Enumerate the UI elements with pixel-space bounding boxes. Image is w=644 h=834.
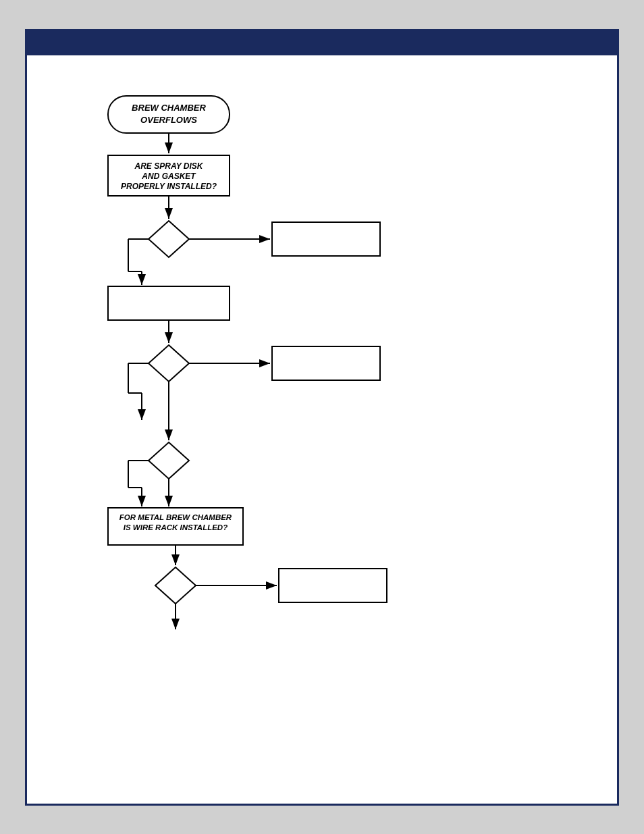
- svg-text:PROPERLY INSTALLED?: PROPERLY INSTALLED?: [121, 182, 217, 191]
- svg-marker-10: [149, 221, 189, 257]
- svg-text:AND GASKET: AND GASKET: [141, 172, 196, 181]
- flowchart-diagram: BREW CHAMBER OVERFLOWS ARE SPRAY DISK AN…: [68, 89, 540, 697]
- svg-marker-27: [149, 442, 189, 479]
- svg-text:BREW CHAMBER: BREW CHAMBER: [132, 103, 206, 113]
- svg-marker-19: [149, 345, 189, 382]
- svg-rect-21: [272, 346, 380, 380]
- svg-rect-39: [279, 569, 387, 602]
- svg-rect-17: [108, 286, 230, 320]
- page: BREW CHAMBER OVERFLOWS ARE SPRAY DISK AN…: [25, 29, 619, 806]
- svg-marker-37: [155, 567, 196, 604]
- svg-text:FOR METAL BREW CHAMBER: FOR METAL BREW CHAMBER: [119, 513, 232, 521]
- header-bar: [27, 31, 617, 55]
- svg-text:OVERFLOWS: OVERFLOWS: [140, 115, 197, 125]
- svg-text:IS WIRE RACK INSTALLED?: IS WIRE RACK INSTALLED?: [124, 523, 227, 531]
- svg-rect-12: [272, 222, 380, 256]
- flowchart-area: BREW CHAMBER OVERFLOWS ARE SPRAY DISK AN…: [27, 55, 617, 724]
- svg-text:ARE SPRAY DISK: ARE SPRAY DISK: [134, 161, 204, 171]
